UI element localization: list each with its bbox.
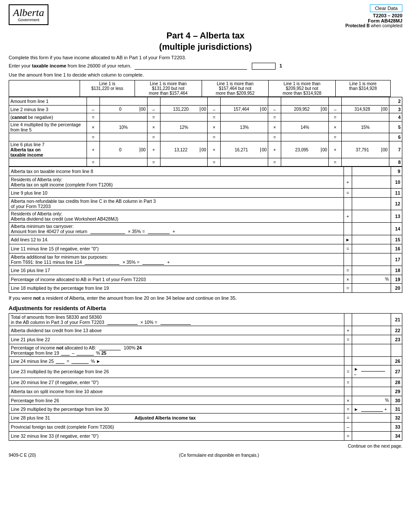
line33-field[interactable]: [352, 423, 391, 432]
line12-field[interactable]: [352, 198, 391, 210]
adjustments-heading: Adjustments for residents of Alberta: [9, 305, 402, 311]
line6-col5-field[interactable]: [342, 133, 389, 141]
line-2-row: Amount from line 1 2: [9, 97, 402, 106]
line18-num: 18: [391, 266, 402, 275]
line23-field[interactable]: [352, 335, 391, 344]
line4-num: 4: [389, 113, 402, 122]
line7-col1-op: +: [87, 141, 100, 158]
line2-col5-field[interactable]: [342, 97, 389, 106]
line-29-row: Alberta tax on split income from line 10…: [9, 387, 402, 396]
line3-col1-op: –: [87, 106, 100, 113]
line16-field[interactable]: [352, 244, 391, 253]
line4-col3-field[interactable]: [221, 113, 268, 122]
line23-num: 23: [391, 335, 402, 344]
line26-op: [344, 357, 352, 365]
line14-field[interactable]: [352, 223, 391, 235]
line6-col4-field[interactable]: [281, 133, 329, 141]
line20-label: Line 18 multiplied by the percentage fro…: [9, 284, 344, 293]
line34-field[interactable]: [352, 432, 391, 441]
line-32-row: Line 28 plus line 31 Adjusted Alberta in…: [9, 413, 402, 423]
line32-field[interactable]: [352, 413, 391, 423]
line20-field[interactable]: [352, 284, 391, 293]
line3-col3-val: 157,46400: [221, 106, 268, 113]
line13-num: 13: [391, 210, 402, 223]
line17-label: Alberta additional tax for minimum tax p…: [9, 253, 344, 266]
line3-num: 3: [389, 106, 402, 113]
line2-col2-field[interactable]: [160, 97, 208, 106]
line15-field[interactable]: [352, 235, 391, 244]
line1-number: 1: [279, 63, 282, 68]
line6-label: [9, 133, 87, 141]
line34-num: 34: [391, 432, 402, 441]
line3-col4-op: –: [268, 106, 281, 113]
clear-data-button[interactable]: Clear Data: [370, 4, 402, 12]
line22-num: 22: [391, 326, 402, 335]
line6-col3-field[interactable]: [221, 133, 268, 141]
line4-col1-field[interactable]: [100, 113, 147, 122]
line19-field: %: [352, 275, 391, 284]
line-20-row: Line 18 multiplied by the percentage fro…: [9, 284, 402, 293]
line8-col1-field[interactable]: [100, 158, 147, 167]
line7-col5-val: 37,79100: [342, 141, 389, 158]
line15-num: 15: [391, 235, 402, 244]
line8-col2-op: =: [147, 158, 160, 167]
line27-field: ► –: [352, 365, 391, 378]
instruction-1: Complete this form if you have income al…: [9, 55, 402, 60]
line3-col1-val: 000: [100, 106, 147, 113]
line34-op: =: [344, 432, 352, 441]
footer-code: 9409-C E (20): [9, 453, 36, 458]
line2-col3-field[interactable]: [221, 97, 268, 106]
form-title: Part 4 – Alberta tax(multiple jurisdicti…: [9, 30, 402, 52]
line31-label: Line 29 multiplied by the percentage fro…: [9, 405, 344, 413]
instruction-3: Use the amount from line 1 to decide whi…: [9, 72, 402, 77]
line5-col1-pct: 10%: [100, 122, 147, 133]
line20-op: =: [344, 284, 352, 293]
line6-col3-op: =: [208, 133, 221, 141]
line2-col1-field[interactable]: [100, 97, 147, 106]
line-9-row: Alberta tax on taxable income from line …: [9, 167, 402, 176]
line3-col5-val: 314,92800: [342, 106, 389, 113]
line4-col2-field[interactable]: [160, 113, 208, 122]
line3-col4-val: 209,95200: [281, 106, 329, 113]
line11-op: =: [344, 189, 352, 198]
line28-field[interactable]: [352, 378, 391, 387]
line29-label: Alberta tax on split income from line 10…: [9, 387, 344, 396]
line27-label: Line 23 multiplied by the percentage fro…: [9, 365, 344, 378]
line8-col3-field[interactable]: [221, 158, 268, 167]
logo-text: Alberta: [13, 7, 44, 18]
line17-field[interactable]: [352, 253, 391, 266]
line4-col4-field[interactable]: [281, 113, 329, 122]
line31-field: ► +: [352, 405, 391, 413]
line6-col1-field[interactable]: [100, 133, 147, 141]
line2-num: 2: [389, 97, 402, 106]
line18-field[interactable]: [352, 266, 391, 275]
line7-col3-val: 16,27100: [221, 141, 268, 158]
line30-label: Percentage from line 26: [9, 396, 344, 405]
line6-col2-field[interactable]: [160, 133, 208, 141]
line-24-25-row: Percentage of income not allocated to AB…: [9, 344, 402, 357]
line8-num: 8: [389, 158, 402, 167]
line13-field[interactable]: [352, 210, 391, 223]
line8-col4-field[interactable]: [281, 158, 329, 167]
line2-col4-field[interactable]: [281, 97, 329, 106]
line17-num: 17: [391, 253, 402, 266]
line10-label: Residents of Alberta only:Alberta tax on…: [9, 176, 344, 189]
line10-num: 10: [391, 176, 402, 189]
line8-col2-field[interactable]: [160, 158, 208, 167]
line8-col5-field[interactable]: [342, 158, 389, 167]
line29-field[interactable]: [352, 387, 391, 396]
line16-op: =: [344, 244, 352, 253]
tax-calculation-table: Amount from line 1 2 Line 2 minus line 3…: [9, 97, 402, 167]
line2-col2-op: [147, 97, 160, 106]
line10-field[interactable]: [352, 176, 391, 189]
line6-col5-op: =: [329, 133, 342, 141]
line13-op: +: [344, 210, 352, 223]
line33-op: –: [344, 423, 352, 432]
line11-field[interactable]: [352, 189, 391, 198]
line9-field[interactable]: [352, 167, 391, 176]
line4-col5-field[interactable]: [342, 113, 389, 122]
line21-field[interactable]: [352, 314, 391, 326]
line22-field[interactable]: [352, 326, 391, 335]
line5-num: 5: [389, 122, 402, 133]
line2-col5-op: [329, 97, 342, 106]
